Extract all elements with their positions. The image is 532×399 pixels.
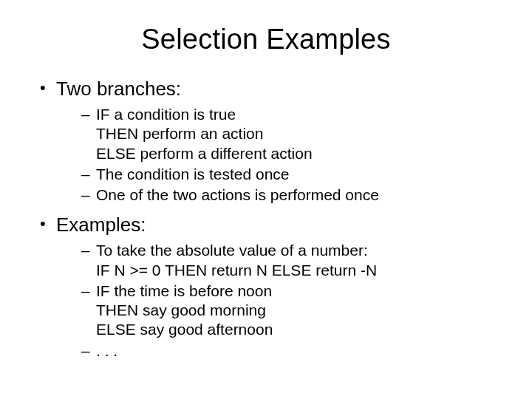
sub-line: IF N >= 0 THEN return N ELSE return -N [96, 261, 502, 280]
sub-line: THEN perform an action [96, 124, 502, 143]
sub-line: One of the two actions is performed once [96, 185, 502, 205]
sub-line: IF a condition is true [96, 105, 502, 124]
sub-item: To take the absolute value of a number: … [81, 241, 502, 280]
sub-line: ELSE perform a different action [96, 144, 502, 163]
sub-item: IF a condition is true THEN perform an a… [81, 105, 502, 163]
slide: Selection Examples Two branches: IF a co… [0, 0, 532, 399]
sub-item: . . . [81, 341, 502, 361]
sub-line: ELSE say good afternoon [96, 320, 502, 339]
sub-line: IF the time is before noon [96, 282, 502, 301]
sub-line: THEN say good morning [96, 301, 502, 320]
sub-item: IF the time is before noon THEN say good… [81, 282, 502, 340]
bullet-list: Two branches: IF a condition is true THE… [30, 76, 502, 361]
sub-line: . . . [96, 341, 502, 361]
sub-line: To take the absolute value of a number: [96, 241, 502, 260]
sub-line: The condition is tested once [96, 165, 502, 184]
slide-title: Selection Examples [30, 24, 502, 55]
sub-item: The condition is tested once [81, 165, 502, 184]
section-label: Two branches: [56, 78, 181, 100]
section-two-branches: Two branches: IF a condition is true THE… [40, 76, 502, 205]
sub-item: One of the two actions is performed once [81, 185, 502, 205]
sub-list: IF a condition is true THEN perform an a… [56, 105, 502, 205]
sub-list: To take the absolute value of a number: … [56, 241, 502, 361]
section-label: Examples: [56, 214, 146, 236]
section-examples: Examples: To take the absolute value of … [40, 212, 502, 361]
